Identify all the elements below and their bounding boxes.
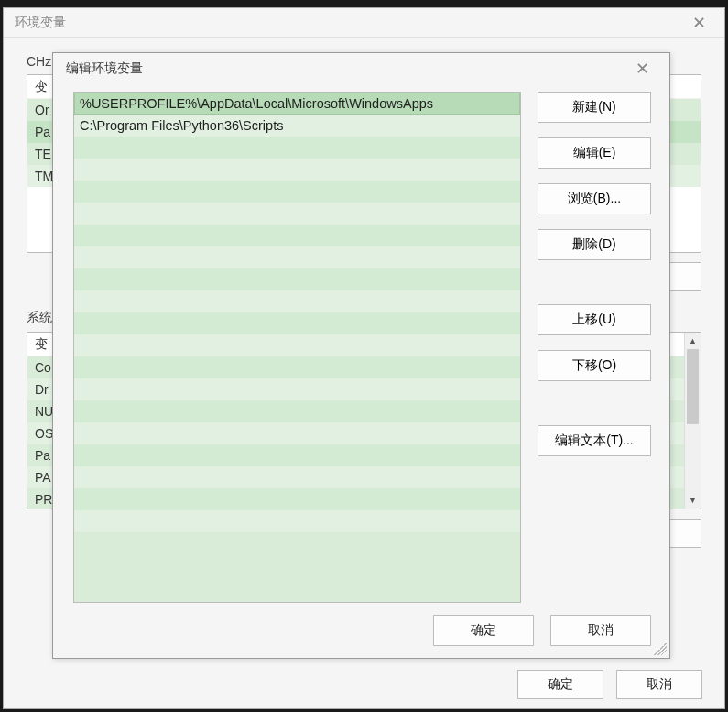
path-item-empty[interactable]: [74, 181, 520, 203]
path-item-empty[interactable]: [74, 268, 520, 290]
button-gap: [538, 275, 651, 290]
parent-title-bar: 环境变量 ✕: [4, 8, 724, 38]
scroll-down-icon[interactable]: ▼: [685, 492, 701, 509]
path-item-empty[interactable]: [74, 378, 520, 400]
path-item-empty[interactable]: [74, 312, 520, 334]
edit-environment-variable-dialog: 编辑环境变量 ✕ %USERPROFILE%\AppData\Local\Mic…: [52, 52, 670, 659]
sys-scrollbar[interactable]: ▲ ▼: [684, 333, 701, 509]
browse-button[interactable]: 浏览(B)...: [538, 183, 651, 214]
path-item-empty[interactable]: [74, 246, 520, 268]
path-item[interactable]: C:\Program Files\Python36\Scripts: [74, 115, 520, 137]
delete-button[interactable]: 删除(D): [538, 229, 651, 260]
path-item[interactable]: %USERPROFILE%\AppData\Local\Microsoft\Wi…: [74, 93, 520, 115]
scroll-up-icon[interactable]: ▲: [685, 333, 701, 349]
path-item-empty[interactable]: [74, 137, 520, 159]
path-item-empty[interactable]: [74, 466, 520, 488]
scroll-thumb[interactable]: [687, 349, 699, 424]
side-button-column: 新建(N) 编辑(E) 浏览(B)... 删除(D) 上移(U) 下移(O) 编…: [538, 92, 651, 603]
button-gap: [538, 396, 651, 411]
child-body: %USERPROFILE%\AppData\Local\Microsoft\Wi…: [53, 84, 669, 603]
parent-ok-button[interactable]: 确定: [517, 670, 603, 699]
path-item-empty[interactable]: [74, 334, 520, 356]
path-item-empty[interactable]: [74, 422, 520, 444]
new-button[interactable]: 新建(N): [538, 92, 651, 123]
path-item-empty[interactable]: [74, 159, 520, 181]
path-item-empty[interactable]: [74, 400, 520, 422]
path-item-empty[interactable]: [74, 290, 520, 312]
path-item-empty[interactable]: [74, 225, 520, 246]
path-item-empty[interactable]: [74, 444, 520, 466]
move-up-button[interactable]: 上移(U): [538, 304, 651, 335]
resize-grip-icon[interactable]: [654, 642, 667, 655]
parent-footer: 确定 取消: [517, 670, 702, 699]
path-item-empty[interactable]: [74, 510, 520, 532]
parent-close-button[interactable]: ✕: [685, 13, 713, 33]
child-ok-button[interactable]: 确定: [433, 615, 534, 646]
path-item-empty[interactable]: [74, 203, 520, 225]
edit-text-button[interactable]: 编辑文本(T)...: [538, 425, 651, 456]
path-item-empty[interactable]: [74, 488, 520, 510]
path-listbox[interactable]: %USERPROFILE%\AppData\Local\Microsoft\Wi…: [73, 92, 521, 603]
child-cancel-button[interactable]: 取消: [550, 615, 651, 646]
child-close-button[interactable]: ✕: [628, 59, 657, 79]
child-dialog-title: 编辑环境变量: [66, 60, 628, 77]
move-down-button[interactable]: 下移(O): [538, 350, 651, 381]
edit-button[interactable]: 编辑(E): [538, 137, 651, 169]
parent-cancel-button[interactable]: 取消: [616, 670, 702, 699]
parent-dialog-title: 环境变量: [15, 15, 685, 31]
path-item-empty[interactable]: [74, 356, 520, 378]
child-title-bar: 编辑环境变量 ✕: [53, 53, 669, 84]
child-footer: 确定 取消: [53, 603, 669, 658]
